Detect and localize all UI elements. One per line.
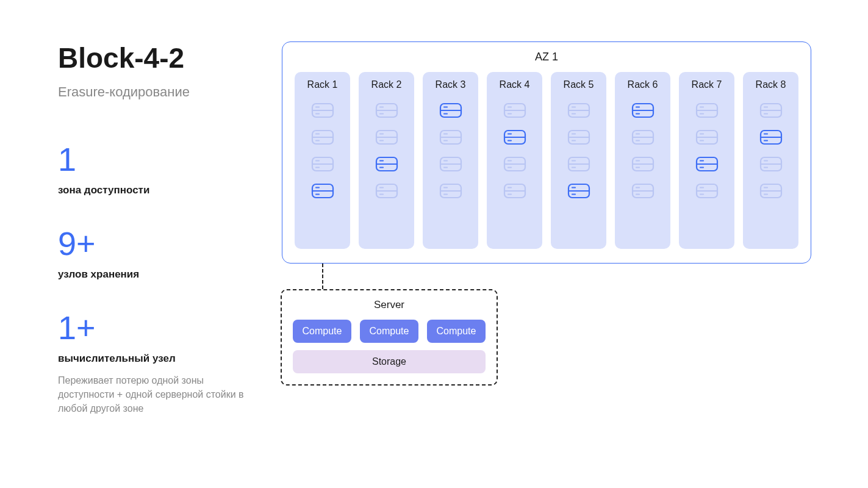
rack: Rack 4 <box>487 72 542 249</box>
disk-icon <box>759 183 783 199</box>
availability-zone: AZ 1 Rack 1Rack 2Rack 3Rack 4Rack 5Rack … <box>282 41 811 264</box>
az-title: AZ 1 <box>295 51 798 63</box>
disk-icon <box>311 183 334 199</box>
disk-icon <box>375 156 398 172</box>
rack: Rack 7 <box>679 72 734 249</box>
rack-label: Rack 8 <box>756 79 786 90</box>
info-panel: Block-4-2 Erasure-кодирование 1зона дост… <box>58 41 265 447</box>
stat-label: узлов хранения <box>58 268 265 281</box>
disk-icon <box>439 156 462 172</box>
rack-label: Rack 3 <box>436 79 466 90</box>
disk-icon <box>631 129 655 145</box>
disk-icon <box>567 129 590 145</box>
rack-label: Rack 4 <box>500 79 530 90</box>
stat-description: Переживает потерю одной зоны доступности… <box>58 373 247 416</box>
racks-row: Rack 1Rack 2Rack 3Rack 4Rack 5Rack 6Rack… <box>295 72 798 249</box>
disk-icon <box>503 156 526 172</box>
disk-icon <box>375 183 398 199</box>
rack: Rack 6 <box>615 72 670 249</box>
rack-label: Rack 6 <box>628 79 658 90</box>
server-detail: Server ComputeComputeCompute Storage <box>281 289 498 386</box>
disk-icon <box>311 129 334 145</box>
stat-block: 1зона доступности <box>58 143 265 196</box>
compute-block: Compute <box>427 320 486 343</box>
disk-icon <box>759 102 783 118</box>
disk-icon <box>695 156 719 172</box>
disk-icon <box>503 183 526 199</box>
disk-icon <box>439 183 462 199</box>
disk-icon <box>695 183 719 199</box>
disk-icon <box>695 129 719 145</box>
disk-icon <box>439 129 462 145</box>
disk-icon <box>567 156 590 172</box>
disk-icon <box>567 183 590 199</box>
compute-row: ComputeComputeCompute <box>293 320 486 343</box>
disk-icon <box>439 102 462 118</box>
compute-block: Compute <box>360 320 418 343</box>
rack: Rack 8 <box>743 72 798 249</box>
disk-icon <box>631 102 655 118</box>
disk-icon <box>695 102 719 118</box>
diagram-subtitle: Erasure-кодирование <box>58 84 265 100</box>
stat-label: зона доступности <box>58 184 265 196</box>
rack: Rack 3 <box>423 72 478 249</box>
rack-label: Rack 1 <box>307 79 338 90</box>
stat-number: 9+ <box>58 227 265 260</box>
disk-icon <box>311 156 334 172</box>
disk-icon <box>503 129 526 145</box>
stat-label: вычислительный узел <box>58 353 265 365</box>
server-title: Server <box>293 299 486 311</box>
disk-icon <box>311 102 334 118</box>
rack-label: Rack 7 <box>692 79 722 90</box>
disk-icon <box>631 156 655 172</box>
rack: Rack 1 <box>295 72 350 249</box>
disk-icon <box>759 156 783 172</box>
rack-label: Rack 5 <box>564 79 594 90</box>
compute-block: Compute <box>293 320 351 343</box>
rack: Rack 2 <box>359 72 414 249</box>
stat-block: 1+вычислительный узелПереживает потерю о… <box>58 311 265 416</box>
disk-icon <box>631 183 655 199</box>
disk-icon <box>759 129 783 145</box>
server-connector-line <box>322 264 323 289</box>
disk-icon <box>567 102 590 118</box>
disk-icon <box>503 102 526 118</box>
disk-icon <box>375 102 398 118</box>
disk-icon <box>375 129 398 145</box>
diagram-title: Block-4-2 <box>58 41 265 74</box>
stat-number: 1 <box>58 143 265 176</box>
stat-block: 9+узлов хранения <box>58 227 265 281</box>
storage-block: Storage <box>293 350 486 373</box>
stat-number: 1+ <box>58 311 265 344</box>
rack: Rack 5 <box>551 72 606 249</box>
rack-label: Rack 2 <box>371 79 402 90</box>
